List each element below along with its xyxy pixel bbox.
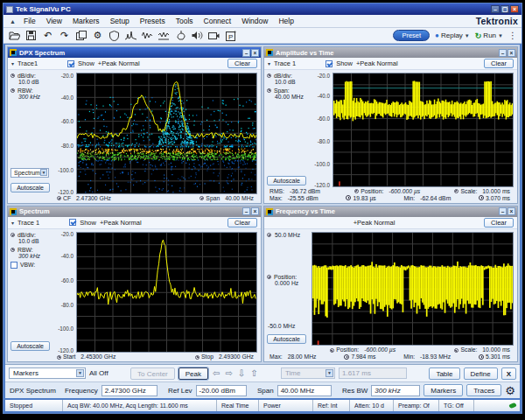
spec-stop-value[interactable]: 2.49300 GHz [219, 354, 254, 360]
freq-autoscale-button[interactable]: Autoscale [267, 334, 306, 344]
waveform-icon[interactable] [158, 30, 171, 42]
dpx-trace-selector[interactable]: Trace1 [18, 60, 38, 67]
spec-clear-button[interactable]: Clear [228, 218, 257, 228]
dpx-minimize-button[interactable]: – [242, 49, 250, 57]
eject-icon[interactable]: ▲ [7, 18, 18, 24]
spec-start-value[interactable]: 2.45300 GHz [80, 354, 116, 360]
maximize-button[interactable]: ▢ [500, 5, 509, 13]
spec-db-div-value[interactable]: 10.0 dB [18, 238, 38, 244]
amp-plot[interactable] [332, 73, 514, 187]
adjust-knob-icon[interactable] [267, 74, 271, 78]
open-icon[interactable] [8, 30, 21, 42]
marker-right-button[interactable]: ⇨ [224, 368, 233, 378]
replay-control[interactable]: ● Replay ▼ [435, 32, 470, 39]
adjust-knob-icon[interactable] [267, 233, 271, 237]
audio-icon[interactable] [191, 30, 204, 42]
adjust-knob-icon[interactable] [454, 189, 458, 193]
adjust-knob-icon[interactable] [195, 355, 200, 360]
save-icon[interactable] [24, 30, 38, 42]
spec-show-checkbox[interactable] [69, 219, 76, 226]
minimize-button[interactable]: – [491, 5, 500, 13]
define-button[interactable]: Define [464, 368, 498, 380]
res-bw-field[interactable]: 300 kHz [371, 385, 420, 396]
spec-minimize-button[interactable]: – [242, 207, 250, 215]
freq-top-scale[interactable]: 50.0 MHz [274, 232, 300, 238]
amp-trace-selector[interactable]: Trace 1 [274, 60, 296, 67]
amp-close-button[interactable]: × [508, 49, 515, 57]
adjust-knob-icon[interactable] [10, 88, 15, 93]
freq-minimize-button[interactable]: – [499, 207, 507, 215]
marker-up-button[interactable]: ⇧ [249, 368, 258, 378]
amp-minimize-button[interactable]: – [499, 49, 507, 57]
spec-vbw-checkbox[interactable] [10, 262, 18, 269]
dpx-show-checkbox[interactable] [67, 60, 74, 67]
preset-p-icon[interactable]: P [224, 30, 237, 42]
traces-panel-button[interactable]: Traces [466, 384, 501, 396]
menu-window[interactable]: Window [236, 16, 273, 26]
marker-left-button[interactable]: ⇦ [212, 368, 220, 378]
freq-clear-button[interactable]: Clear [484, 218, 514, 228]
spec-autoscale-button[interactable]: Autoscale [10, 341, 50, 351]
freq-titlebar[interactable]: Frequency vs Time – × [264, 206, 517, 217]
adjust-knob-icon[interactable] [267, 275, 271, 279]
markers-dropdown[interactable]: Markers ▼ [9, 368, 86, 379]
spectrum-icon[interactable] [124, 30, 137, 42]
dpx-span-value[interactable]: 40.00 MHz [225, 195, 254, 201]
menu-view[interactable]: View [41, 16, 67, 26]
amp-span-value[interactable]: 40.00 MHz [274, 94, 304, 100]
more-menu-icon[interactable]: ⋮ [508, 31, 517, 40]
span-field[interactable]: 40.00 MHz [277, 385, 332, 396]
marker-value-field[interactable]: 1.617 ms [339, 368, 407, 379]
adjust-knob-icon[interactable] [57, 196, 61, 200]
settings-gear-icon[interactable]: ⚙ [505, 385, 515, 396]
adjust-knob-icon[interactable] [200, 196, 204, 200]
adjust-knob-icon[interactable] [57, 355, 61, 360]
preset-button[interactable]: Preset [393, 30, 430, 41]
spec-close-button[interactable]: × [251, 207, 259, 215]
amp-position-value[interactable]: -600.000 µs [388, 188, 420, 194]
amp-db-div-value[interactable]: 10.0 dB [274, 79, 295, 85]
adjust-knob-icon[interactable] [267, 88, 271, 93]
marker-down-button[interactable]: ⇩ [237, 368, 246, 378]
menu-tools[interactable]: Tools [171, 16, 199, 26]
markers-panel-button[interactable]: Markers [424, 384, 463, 396]
marker-domain-dropdown[interactable]: Time ▼ [281, 368, 335, 379]
adjust-knob-icon[interactable] [454, 348, 458, 353]
spec-titlebar[interactable]: Spectrum – × [8, 206, 261, 217]
dpx-clear-button[interactable]: Clear [228, 59, 257, 68]
table-button[interactable]: Table [429, 368, 459, 380]
chevron-down-icon[interactable]: ▾ [11, 60, 14, 66]
freq-scale-value[interactable]: 10.000 ms [482, 346, 510, 353]
dpx-cf-value[interactable]: 2.47300 GHz [76, 195, 111, 201]
spec-rbw-value[interactable]: 300 kHz [18, 253, 40, 259]
amp-show-checkbox[interactable] [326, 60, 332, 67]
dpx-titlebar[interactable]: DPX Spectrum – × [8, 47, 261, 58]
freq-plot[interactable] [312, 232, 514, 346]
adjust-knob-icon[interactable] [10, 233, 15, 237]
chevron-down-icon[interactable]: ▾ [268, 60, 270, 66]
close-markers-button[interactable]: X [501, 368, 516, 380]
demod-icon[interactable] [174, 30, 187, 42]
menu-markers[interactable]: Markers [67, 16, 105, 26]
capture-icon[interactable] [207, 30, 220, 42]
freq-close-button[interactable]: × [508, 207, 515, 215]
settings-gear-icon[interactable]: ⚙ [91, 30, 104, 42]
freq-position-value[interactable]: 0.000 Hz [274, 280, 298, 286]
amp-clear-button[interactable]: Clear [484, 59, 514, 68]
freq-time-position-value[interactable]: -600.000 µs [364, 346, 396, 353]
dpx-db-div-value[interactable]: 10.0 dB [18, 79, 38, 85]
adjust-knob-icon[interactable] [330, 348, 334, 353]
amp-autoscale-button[interactable]: Autoscale [267, 176, 306, 186]
amp-titlebar[interactable]: Amplitude vs Time – × [264, 47, 517, 58]
spec-plot[interactable] [76, 232, 257, 354]
time-overview-icon[interactable] [141, 30, 154, 42]
undo-icon[interactable]: ↶ [41, 30, 54, 42]
menu-connect[interactable]: Connect [199, 16, 237, 26]
ref-lev-field[interactable]: -20.00 dBm [196, 385, 247, 396]
dpx-autoscale-button[interactable]: Autoscale [10, 183, 50, 192]
menu-help[interactable]: Help [273, 16, 298, 26]
menu-presets[interactable]: Presets [135, 16, 171, 26]
menu-setup[interactable]: Setup [105, 16, 135, 26]
chevron-down-icon[interactable]: ▾ [11, 220, 14, 226]
dpx-rbw-value[interactable]: 300 kHz [18, 94, 40, 100]
